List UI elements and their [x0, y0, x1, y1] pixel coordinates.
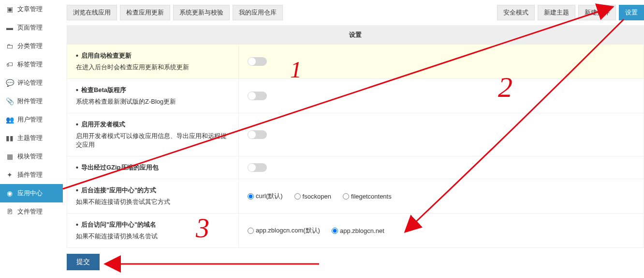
sidebar-item-attachments[interactable]: 📎附件管理 — [0, 92, 63, 110]
beta-toggle[interactable] — [248, 92, 267, 100]
safe-mode-button[interactable]: 安全模式 — [497, 5, 535, 20]
submit-button[interactable]: 提交 — [67, 254, 100, 270]
sidebar-item-label: 应用中心 — [17, 189, 43, 198]
sidebar-item-plugins[interactable]: ✦插件管理 — [0, 166, 63, 184]
sidebar-item-label: 页面管理 — [17, 23, 43, 32]
page-icon: ▬ — [6, 24, 14, 31]
sidebar-item-label: 模块管理 — [17, 152, 43, 161]
gzip-toggle[interactable] — [248, 163, 267, 172]
dev-mode-toggle[interactable] — [248, 130, 267, 139]
sidebar-item-label: 插件管理 — [17, 170, 43, 179]
setting-desc: 在进入后台时会检查应用更新和系统更新 — [76, 63, 230, 72]
check-update-button[interactable]: 检查应用更新 — [120, 5, 170, 20]
settings-button[interactable]: 设置 — [619, 5, 644, 20]
attachment-icon: 📎 — [6, 97, 14, 105]
sidebar-item-themes[interactable]: ▮▮主题管理 — [0, 129, 63, 147]
radio-domain-com[interactable]: app.zblogcn.com(默认) — [248, 226, 320, 235]
sidebar-item-users[interactable]: 👥用户管理 — [0, 110, 63, 129]
theme-icon: ▮▮ — [6, 134, 14, 142]
setting-row-dev-mode: 启用开发者模式 启用开发者模式可以修改应用信息、导出应用和远程提交应用 — [67, 113, 644, 156]
setting-title: 启用自动检查更新 — [76, 51, 230, 60]
setting-title: 检查Beta版程序 — [76, 86, 230, 94]
sidebar-item-label: 主题管理 — [17, 134, 43, 142]
file-icon: 🖹 — [6, 208, 14, 216]
sidebar-item-label: 文章管理 — [17, 5, 43, 14]
sidebar-item-label: 附件管理 — [17, 97, 43, 106]
sidebar-item-articles[interactable]: ▣文章管理 — [0, 0, 63, 18]
setting-row-domain: 后台访问"应用中心"的域名 如果不能连接请切换域名尝试 app.zblogcn.… — [67, 214, 644, 248]
setting-title: 启用开发者模式 — [76, 120, 230, 129]
main-content: 浏览在线应用 检查应用更新 系统更新与校验 我的应用仓库 安全模式 新建主题 新… — [63, 0, 644, 276]
sidebar-item-categories[interactable]: 🗀分类管理 — [0, 37, 63, 55]
setting-desc: 启用开发者模式可以修改应用信息、导出应用和远程提交应用 — [76, 132, 230, 149]
setting-title: 导出经过GZip压缩的应用包 — [76, 163, 230, 172]
setting-row-auto-check: 启用自动检查更新 在进入后台时会检查应用更新和系统更新 — [67, 45, 644, 79]
auto-check-toggle[interactable] — [248, 57, 267, 66]
setting-desc: 如果不能连接请切换域名尝试 — [76, 232, 230, 241]
setting-row-beta: 检查Beta版程序 系统将检查最新测试版的Z-Blog更新 — [67, 79, 644, 113]
setting-desc: 如果不能连接请切换尝试其它方式 — [76, 198, 230, 206]
sidebar-item-modules[interactable]: ▦模块管理 — [0, 147, 63, 166]
my-repo-button[interactable]: 我的应用仓库 — [233, 5, 283, 20]
sidebar-item-tags[interactable]: 🏷标签管理 — [0, 55, 63, 74]
radio-fsockopen[interactable]: fsockopen — [294, 193, 331, 200]
sidebar-item-label: 用户管理 — [17, 115, 43, 124]
users-icon: 👥 — [6, 116, 14, 124]
setting-title: 后台连接"应用中心"的方式 — [76, 186, 230, 195]
setting-title: 后台访问"应用中心"的域名 — [76, 220, 230, 229]
sidebar-item-files[interactable]: 🖹文件管理 — [0, 202, 63, 221]
sidebar-item-label: 标签管理 — [17, 60, 43, 69]
folder-icon: 🗀 — [6, 42, 14, 50]
toolbar: 浏览在线应用 检查应用更新 系统更新与校验 我的应用仓库 安全模式 新建主题 新… — [67, 0, 644, 25]
new-theme-button[interactable]: 新建主题 — [538, 5, 575, 20]
setting-row-connection-method: 后台连接"应用中心"的方式 如果不能连接请切换尝试其它方式 curl(默认) f… — [67, 179, 644, 214]
sidebar-item-label: 评论管理 — [17, 78, 43, 87]
new-plugin-button[interactable]: 新建插件 — [578, 5, 616, 20]
radio-filegetcontents[interactable]: filegetcontents — [343, 193, 392, 200]
sidebar-item-label: 文件管理 — [17, 207, 43, 216]
sidebar-item-comments[interactable]: 💬评论管理 — [0, 74, 63, 92]
panel-header: 设置 — [67, 25, 644, 45]
radio-curl[interactable]: curl(默认) — [248, 192, 283, 201]
sidebar-item-pages[interactable]: ▬页面管理 — [0, 18, 63, 37]
modules-icon: ▦ — [6, 153, 14, 160]
tags-icon: 🏷 — [6, 61, 14, 68]
setting-desc: 系统将检查最新测试版的Z-Blog更新 — [76, 97, 230, 106]
plugin-icon: ✦ — [6, 171, 14, 179]
setting-row-gzip: 导出经过GZip压缩的应用包 — [67, 156, 644, 179]
system-update-button[interactable]: 系统更新与校验 — [173, 5, 230, 20]
sidebar-item-app-center[interactable]: ◉应用中心 — [0, 184, 63, 202]
sidebar-item-label: 分类管理 — [17, 42, 43, 50]
browse-online-button[interactable]: 浏览在线应用 — [67, 5, 117, 20]
archive-icon: ▣ — [6, 5, 14, 13]
app-icon: ◉ — [6, 189, 14, 197]
radio-domain-net[interactable]: app.zblogcn.net — [332, 227, 384, 234]
sidebar: ▣文章管理 ▬页面管理 🗀分类管理 🏷标签管理 💬评论管理 📎附件管理 👥用户管… — [0, 0, 63, 276]
comment-icon: 💬 — [6, 79, 14, 87]
